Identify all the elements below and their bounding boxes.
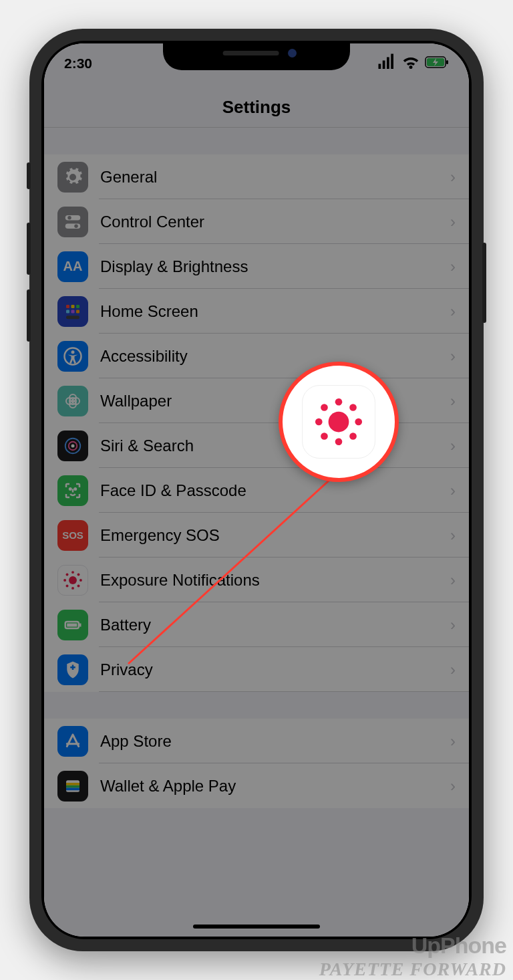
svg-rect-45 [66, 787, 79, 790]
svg-point-48 [335, 398, 343, 406]
chevron-right-icon: › [450, 571, 456, 590]
chevron-right-icon: › [450, 213, 456, 231]
mute-switch [27, 162, 31, 189]
svg-rect-16 [76, 310, 79, 313]
chevron-right-icon: › [450, 302, 456, 321]
watermark: UpPhone PAYETTE FORWARD [319, 933, 506, 980]
home-screen-icon [57, 296, 88, 327]
svg-point-19 [71, 350, 75, 354]
row-display[interactable]: AA Display & Brightness › [44, 244, 469, 289]
row-general[interactable]: General › [44, 154, 469, 199]
chevron-right-icon: › [450, 777, 456, 795]
svg-point-8 [67, 216, 71, 220]
gear-icon [57, 162, 88, 193]
row-sos[interactable]: SOS Emergency SOS › [44, 513, 469, 558]
row-siri[interactable]: Siri & Search › [44, 423, 469, 468]
chevron-right-icon: › [450, 481, 456, 500]
row-battery[interactable]: Battery › [44, 602, 469, 647]
svg-rect-15 [71, 310, 75, 313]
wifi-icon [401, 52, 421, 76]
svg-rect-12 [71, 305, 75, 308]
row-control-center[interactable]: Control Center › [44, 199, 469, 244]
svg-point-36 [77, 573, 80, 576]
volume-down-button [27, 289, 31, 342]
svg-point-49 [335, 438, 343, 445]
row-label: App Store [100, 732, 450, 751]
row-wallpaper[interactable]: Wallpaper › [44, 378, 469, 423]
siri-icon [57, 431, 88, 461]
privacy-icon [57, 654, 88, 685]
wallpaper-icon [57, 386, 88, 416]
row-accessibility[interactable]: Accessibility › [44, 334, 469, 378]
row-label: Face ID & Passcode [100, 481, 450, 500]
battery-icon [425, 55, 449, 72]
page-title: Settings [44, 97, 469, 118]
svg-point-52 [321, 404, 328, 411]
row-label: Exposure Notifications [100, 571, 450, 590]
row-label: Control Center [100, 213, 450, 231]
svg-point-27 [71, 444, 75, 447]
watermark-line-2: PAYETTE FORWARD [319, 959, 506, 980]
row-wallet[interactable]: Wallet & Apple Pay › [44, 763, 469, 808]
row-label: General [100, 168, 450, 187]
svg-point-28 [69, 488, 71, 490]
svg-rect-13 [76, 305, 79, 308]
svg-rect-1 [383, 60, 385, 69]
wallet-icon [57, 771, 88, 802]
svg-point-37 [66, 584, 69, 587]
svg-point-38 [77, 584, 80, 587]
row-label: Battery [100, 616, 450, 634]
row-label: Wallpaper [100, 392, 450, 410]
callout-magnifier [279, 362, 399, 482]
svg-point-29 [75, 488, 77, 490]
row-label: Emergency SOS [100, 526, 450, 545]
power-button [482, 243, 486, 323]
row-faceid[interactable]: Face ID & Passcode › [44, 468, 469, 513]
row-appstore[interactable]: App Store › [44, 719, 469, 763]
svg-rect-44 [66, 785, 79, 787]
svg-point-51 [355, 418, 362, 426]
svg-point-55 [349, 433, 357, 440]
svg-point-34 [79, 579, 82, 582]
sos-icon: SOS [57, 520, 88, 551]
appstore-icon [57, 726, 88, 757]
svg-rect-3 [391, 53, 393, 69]
svg-rect-9 [65, 223, 81, 229]
phone-frame: 2:30 Settings [29, 29, 484, 951]
chevron-right-icon: › [450, 392, 456, 410]
chevron-right-icon: › [450, 168, 456, 187]
svg-rect-43 [66, 783, 79, 785]
chevron-right-icon: › [450, 257, 456, 276]
row-label: Privacy [100, 660, 450, 679]
battery-row-icon [57, 610, 88, 640]
row-exposure-notifications[interactable]: Exposure Notifications › [44, 558, 469, 602]
svg-point-54 [321, 433, 328, 440]
svg-rect-0 [379, 64, 381, 69]
chevron-right-icon: › [450, 616, 456, 634]
chevron-right-icon: › [450, 732, 456, 751]
svg-rect-14 [66, 310, 69, 313]
row-home-screen[interactable]: Home Screen › [44, 289, 469, 334]
exposure-icon [57, 565, 88, 596]
accessibility-icon [57, 341, 88, 372]
svg-rect-17 [66, 316, 79, 319]
row-privacy[interactable]: Privacy › [44, 647, 469, 692]
svg-point-53 [349, 404, 357, 411]
chevron-right-icon: › [450, 660, 456, 679]
chevron-right-icon: › [450, 347, 456, 366]
watermark-line-1: UpPhone [319, 933, 506, 959]
status-time: 2:30 [64, 55, 92, 72]
row-label: Siri & Search [100, 437, 450, 455]
svg-rect-40 [79, 623, 81, 626]
svg-rect-11 [66, 305, 69, 308]
svg-point-32 [71, 586, 74, 589]
volume-up-button [27, 223, 31, 275]
signal-icon [377, 52, 397, 76]
svg-rect-2 [387, 57, 389, 69]
svg-point-10 [74, 224, 78, 228]
svg-point-47 [329, 412, 349, 433]
svg-point-33 [63, 579, 66, 582]
svg-rect-6 [446, 60, 448, 64]
svg-rect-41 [67, 623, 77, 626]
nav-header: Settings [44, 77, 469, 128]
